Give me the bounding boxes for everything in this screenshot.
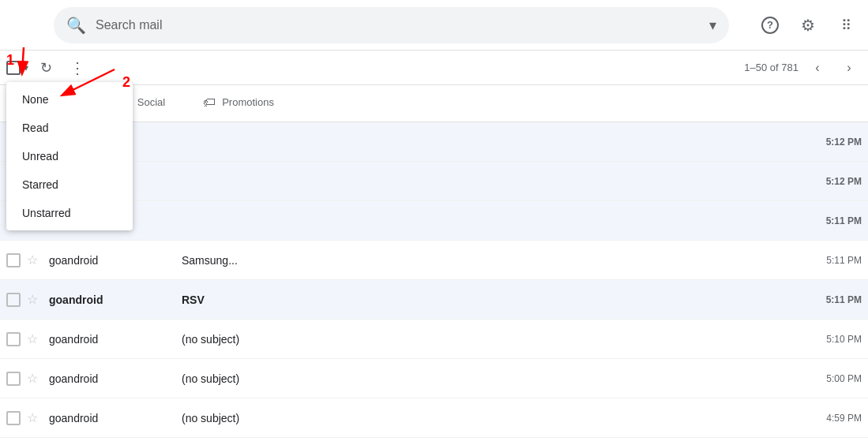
refresh-icon: ↻ [40,59,52,77]
promotions-tab-icon: 🏷 [203,95,216,110]
email-checkbox[interactable] [6,411,21,425]
help-button[interactable]: ? [754,9,786,41]
search-dropdown-arrow[interactable]: ▾ [709,17,716,34]
refresh-button[interactable]: ↻ [32,54,60,82]
email-time: 5:11 PM [826,255,862,266]
star-icon[interactable]: ☆ [27,410,43,426]
email-sender: goandroid [49,294,175,306]
email-time: 5:11 PM [826,294,862,305]
chevron-right-icon: › [847,61,851,75]
chevron-left-icon: ‹ [815,61,819,75]
top-right-icons: ? ⚙ ⠿ [754,9,862,41]
email-row[interactable]: ☆ goandroid (no subject) 4:59 PM [0,438,868,445]
tab-promotions-label: Promotions [222,96,274,108]
email-subject: Samsung... [175,254,820,267]
star-icon[interactable]: ☆ [27,292,43,308]
star-icon[interactable]: ☆ [27,331,43,347]
checkbox-box [6,61,21,75]
email-subject: (no subject) [175,412,820,424]
help-icon: ? [761,17,779,34]
email-sender: goandroid [49,412,175,424]
email-checkbox[interactable] [6,253,21,267]
dropdown-menu: None Read Unread Starred Unstarred [6,82,133,230]
toolbar-left: ▾ ↻ ⋮ [6,54,92,82]
email-sender: goandroid [49,333,175,346]
email-checkbox[interactable] [6,293,21,307]
email-time: 4:59 PM [826,413,862,424]
email-subject: (no subject) [175,333,820,346]
email-row[interactable]: ☆ goandroid Samsung... 5:11 PM [0,241,868,280]
apps-icon: ⠿ [841,17,851,34]
email-subject: (no subject) [175,372,820,385]
email-row[interactable]: ☆ goandroid RSV 5:11 PM [0,280,868,320]
pagination-info: 1–50 of 781 ‹ › [744,55,862,80]
email-time: 5:10 PM [826,334,862,345]
tab-social-label: Social [137,96,165,108]
chevron-down-icon[interactable]: ▾ [24,62,28,73]
next-page-button[interactable]: › [836,55,862,80]
search-input[interactable]: Search mail [96,18,709,32]
email-row[interactable]: ☆ goandroid (no subject) 5:10 PM [0,320,868,359]
star-icon[interactable]: ☆ [27,371,43,387]
search-icon: 🔍 [66,16,86,35]
tab-promotions[interactable]: 🏷 Promotions [184,85,293,122]
email-row[interactable]: ☆ goandroid (no subject) 4:59 PM [0,398,868,438]
select-all-checkbox[interactable]: ▾ [6,61,28,75]
star-icon[interactable]: ☆ [27,252,43,268]
more-icon: ⋮ [70,58,85,77]
email-sender: goandroid [49,372,175,385]
toolbar: ▾ ↻ ⋮ None Read Unread Starred Unstarred… [0,50,868,85]
settings-button[interactable]: ⚙ [792,9,824,41]
email-sender: goandroid [49,254,175,267]
email-checkbox[interactable] [6,372,21,386]
email-row[interactable]: ☆ goandroid (no subject) 5:00 PM [0,359,868,398]
gear-icon: ⚙ [801,16,815,35]
email-time: 5:12 PM [826,176,862,187]
dropdown-item-unstarred[interactable]: Unstarred [6,199,133,227]
dropdown-item-unread[interactable]: Unread [6,142,133,170]
email-checkbox[interactable] [6,332,21,346]
email-subject: RSV [175,294,820,306]
email-time: 5:00 PM [826,373,862,384]
dropdown-item-none[interactable]: None [6,85,133,114]
prev-page-button[interactable]: ‹ [805,55,830,80]
top-header: 🔍 Search mail ▾ ? ⚙ ⠿ [0,0,868,50]
dropdown-item-read[interactable]: Read [6,114,133,142]
apps-button[interactable]: ⠿ [830,9,862,41]
email-time: 5:11 PM [826,215,862,226]
pagination-text: 1–50 of 781 [744,62,798,73]
email-time: 5:12 PM [826,136,862,148]
more-options-button[interactable]: ⋮ [63,54,92,82]
dropdown-item-starred[interactable]: Starred [6,170,133,199]
search-bar[interactable]: 🔍 Search mail ▾ [54,7,729,43]
